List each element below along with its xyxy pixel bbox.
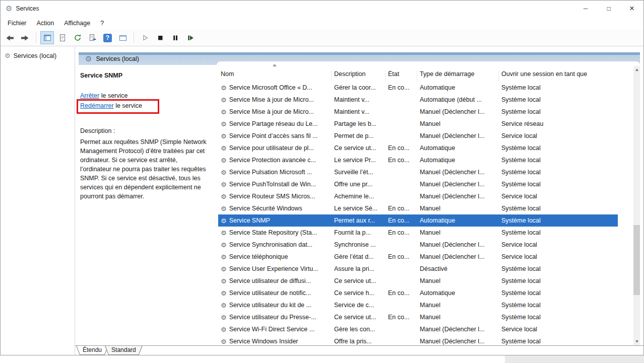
service-name: Service téléphonique [229, 253, 288, 260]
cell-type-demarrage: Manuel (Déclencher l... [417, 132, 499, 139]
properties-button[interactable] [55, 31, 69, 44]
restart-service-link[interactable]: Redémarrer [80, 102, 114, 109]
cell-description: Achemine le... [332, 193, 385, 200]
table-row[interactable]: ⚙Service utilisateur du kit de ...Servic… [218, 299, 618, 311]
band-gear-icon: ⚙ [85, 54, 92, 63]
tree-item-label: Services (local) [14, 52, 56, 59]
table-row[interactable]: ⚙Service Mise à jour de Micro...Maintien… [218, 94, 618, 106]
maximize-button[interactable]: □ [597, 1, 620, 17]
table-row[interactable]: ⚙Service Protection avancée c...Le servi… [218, 154, 618, 166]
scrollbar-thumb[interactable] [633, 225, 640, 295]
table-row[interactable]: ⚙Service Mise à jour de Micro...Maintien… [218, 106, 618, 118]
cell-nom: ⚙Service User Experience Virtu... [218, 265, 332, 273]
table-row[interactable]: ⚙Service Sécurité WindowsLe service Sé..… [218, 202, 618, 214]
cell-session: Système local [499, 108, 618, 115]
table-row[interactable]: ⚙Service Windows InsiderOffre la pris...… [218, 335, 618, 345]
table-row[interactable]: ⚙Service Synchronisation dat...Synchroni… [218, 239, 618, 251]
service-name: Service Mise à jour de Micro... [229, 96, 314, 103]
cell-type-demarrage: Manuel [417, 120, 499, 127]
menu-aide[interactable]: ? [95, 20, 109, 27]
cell-session: Système local [499, 314, 618, 321]
start-service-button[interactable] [138, 31, 152, 44]
scroll-up-button[interactable] [633, 66, 640, 74]
forward-button[interactable] [18, 31, 32, 44]
vertical-scrollbar[interactable] [633, 66, 640, 345]
cell-session: Service local [499, 193, 618, 200]
column-header-type-demarrage[interactable]: Type de démarrage [417, 70, 499, 82]
cell-session: Système local [499, 157, 618, 164]
cell-description: Permet de p... [332, 132, 385, 139]
table-row[interactable]: ⚙Service téléphoniqueGère l’état d...En … [218, 251, 618, 263]
cell-nom: ⚙Service Routeur SMS Micros... [218, 193, 332, 200]
cell-nom: ⚙Service Mise à jour de Micro... [218, 108, 332, 116]
column-header-session[interactable]: Ouvrir une session en tant que [499, 70, 618, 82]
extended-view-button[interactable] [116, 31, 130, 44]
table-row[interactable]: ⚙Service Point d’accès sans fil ...Perme… [218, 130, 618, 142]
table-row[interactable]: ⚙Service utilisateur de notific...Ce ser… [218, 287, 618, 299]
back-button[interactable] [3, 31, 17, 44]
cell-description: Ce service ut... [332, 144, 385, 152]
tab-standard[interactable]: Standard [105, 346, 143, 355]
pause-service-button[interactable] [168, 31, 182, 44]
stop-service-line: Arrêter le service [80, 92, 212, 99]
cell-etat: En co... [385, 314, 417, 321]
cell-session: Service local [499, 132, 618, 139]
service-gear-icon: ⚙ [221, 314, 227, 321]
close-button[interactable]: × [620, 1, 643, 17]
table-row[interactable]: ⚙Service Pulsation Microsoft ...Surveill… [218, 166, 618, 178]
column-header-description[interactable]: Description [332, 70, 385, 82]
table-row[interactable]: ⚙Service PushToInstall de Win...Offre un… [218, 178, 618, 190]
cell-nom: ⚙Service utilisateur du Presse-... [218, 314, 332, 321]
cell-nom: ⚙Service SNMP [218, 217, 332, 225]
stop-service-suffix: le service [99, 92, 127, 99]
restart-service-suffix: le service [114, 102, 142, 109]
cell-type-demarrage: Manuel (Déclencher l... [417, 253, 499, 260]
restart-service-button[interactable] [183, 31, 197, 44]
service-rows: ⚙Service Microsoft Office « D...Gérer la… [218, 82, 633, 345]
cell-description: Surveille l’ét... [332, 169, 385, 176]
table-row[interactable]: ⚙Service Partage réseau du Le...Partage … [218, 118, 618, 130]
menu-action[interactable]: Action [32, 20, 59, 27]
table-row[interactable]: ⚙Service State Repository (Sta...Fournit… [218, 227, 618, 239]
service-gear-icon: ⚙ [221, 169, 227, 176]
table-row[interactable]: ⚙Service SNMPPermet aux r...En co...Auto… [218, 214, 618, 227]
cell-nom: ⚙Service utilisateur du kit de ... [218, 302, 332, 309]
cell-etat: En co... [385, 157, 417, 164]
scroll-down-icon [635, 340, 638, 343]
scroll-down-button[interactable] [633, 338, 640, 345]
service-info-panel: Service SNMP Arrêter le service Redémarr… [79, 65, 217, 345]
export-list-button[interactable] [86, 31, 99, 44]
minimize-button[interactable]: ─ [574, 1, 597, 17]
table-row[interactable]: ⚙Service Wi-Fi Direct Service ...Gère le… [218, 323, 618, 335]
tab-etendu[interactable]: Étendu [76, 346, 108, 355]
menu-fichier[interactable]: Fichier [3, 20, 32, 27]
service-name: Service Wi-Fi Direct Service ... [229, 326, 314, 333]
tree-item-services-local[interactable]: ⚙ Services (local) [1, 50, 75, 61]
service-name: Service pour utilisateur de pl... [229, 144, 314, 152]
table-row[interactable]: ⚙Service Microsoft Office « D...Gérer la… [218, 82, 618, 94]
cell-nom: ⚙Service Protection avancée c... [218, 157, 332, 164]
stop-service-button[interactable] [153, 31, 167, 44]
sort-ascending-icon [273, 64, 277, 66]
service-gear-icon: ⚙ [221, 181, 227, 188]
service-name: Service Synchronisation dat... [229, 241, 312, 248]
menu-affichage[interactable]: Affichage [59, 20, 95, 27]
service-name: Service Microsoft Office « D... [229, 84, 312, 91]
refresh-button[interactable] [71, 31, 84, 44]
title-bar[interactable]: ⚙ Services ─ □ × [1, 1, 643, 17]
table-row[interactable]: ⚙Service utilisateur du Presse-...Ce ser… [218, 311, 618, 323]
table-row[interactable]: ⚙Service Routeur SMS Micros...Achemine l… [218, 190, 618, 202]
console-tree-toggle-button[interactable] [40, 31, 54, 44]
table-row[interactable]: ⚙Service utilisateur de diffusi...Ce ser… [218, 275, 618, 287]
service-gear-icon: ⚙ [221, 108, 227, 116]
forward-arrow-icon [21, 34, 29, 42]
help-button[interactable]: ? [101, 31, 114, 44]
table-row[interactable]: ⚙Service pour utilisateur de pl...Ce ser… [218, 142, 618, 154]
table-row[interactable]: ⚙Service User Experience Virtu...Assure … [218, 263, 618, 275]
service-gear-icon: ⚙ [221, 96, 227, 104]
cell-etat: En co... [385, 205, 417, 212]
column-header-nom[interactable]: Nom [218, 70, 332, 82]
window-title: Services [16, 5, 39, 12]
column-header-etat[interactable]: État [385, 70, 417, 82]
stop-service-link[interactable]: Arrêter [80, 92, 99, 99]
